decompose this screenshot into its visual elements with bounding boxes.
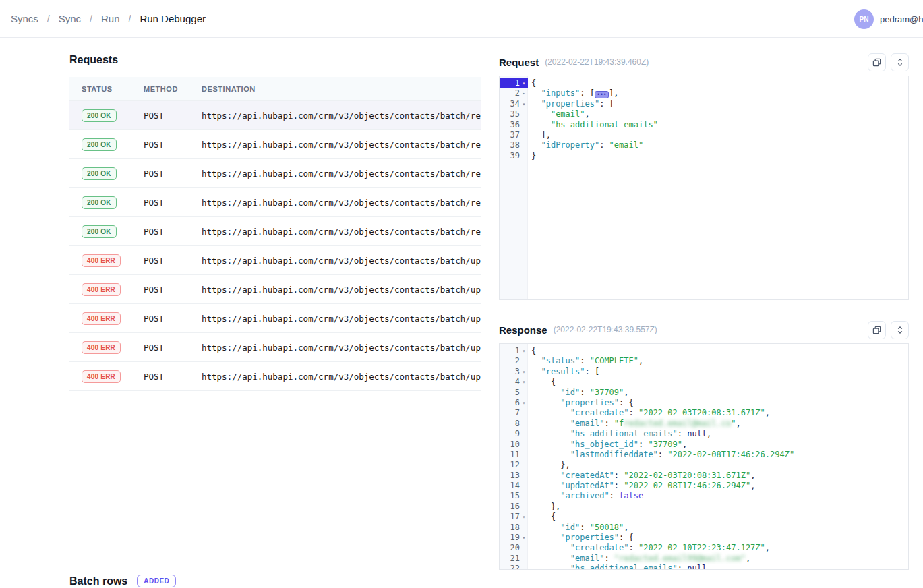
table-row[interactable]: 200 OKPOSThttps://api.hubapi.com/crm/v3/… [69, 130, 481, 159]
fold-toggle-icon[interactable]: ▾ [520, 512, 528, 522]
expand-collapse-button[interactable] [891, 53, 909, 71]
line-number-label: 9 [515, 429, 520, 439]
table-row[interactable]: 400 ERRPOSThttps://api.hubapi.com/crm/v3… [69, 304, 481, 333]
code-text: { [528, 78, 536, 88]
code-text: "createdate": "2022-02-10T22:23:47.127Z"… [528, 543, 770, 553]
breadcrumb-separator: / [47, 13, 50, 24]
destination-cell: https://api.hubapi.com/crm/v3/objects/co… [202, 169, 481, 179]
code-line: 3▾ "results": [ [500, 367, 908, 377]
code-text: "properties": { [528, 533, 634, 543]
method-cell: POST [144, 256, 202, 266]
table-row[interactable]: 400 ERRPOSThttps://api.hubapi.com/crm/v3… [69, 362, 481, 391]
response-code-editor[interactable]: 1▾{2 "status": "COMPLETE",3▾ "results": … [499, 343, 909, 570]
line-number: 2 [500, 356, 528, 366]
destination-cell: https://api.hubapi.com/crm/v3/objects/co… [202, 256, 481, 266]
code-line: 35 "email", [500, 109, 908, 119]
fold-toggle-icon[interactable]: ▾ [520, 346, 528, 356]
request-code-editor[interactable]: 1▾{2▸ "inputs": [•••],34▾ "properties": … [499, 76, 909, 300]
code-line: 22 "hs_additional_emails": null, [500, 564, 908, 570]
line-number-label: 16 [510, 502, 520, 512]
method-cell: POST [144, 227, 202, 237]
code-line: 7 "createdate": "2022-02-03T20:08:31.671… [500, 408, 908, 418]
table-row[interactable]: 200 OKPOSThttps://api.hubapi.com/crm/v3/… [69, 188, 481, 217]
requests-title: Requests [69, 54, 118, 66]
user-menu[interactable]: PN pedram@hig [854, 0, 923, 38]
fold-toggle-icon[interactable]: ▾ [520, 533, 528, 543]
method-cell: POST [144, 111, 202, 121]
breadcrumb-item-run-debugger: Run Debugger [140, 13, 206, 24]
breadcrumb-item-sync[interactable]: Sync [59, 13, 81, 24]
status-cell: 400 ERR [69, 254, 144, 267]
code-line: 5 "id": "37709", [500, 388, 908, 398]
table-row[interactable]: 400 ERRPOSThttps://api.hubapi.com/crm/v3… [69, 275, 481, 304]
response-panel-title: Response [499, 324, 547, 336]
status-cell: 200 OK [69, 138, 144, 151]
status-cell: 200 OK [69, 167, 144, 180]
line-number-label: 35 [510, 109, 520, 119]
destination-cell: https://api.hubapi.com/crm/v3/objects/co… [202, 227, 481, 237]
table-row[interactable]: 200 OKPOSThttps://api.hubapi.com/crm/v3/… [69, 159, 481, 188]
added-badge: ADDED [137, 575, 176, 587]
line-number: 8 [500, 419, 528, 429]
column-header-status: STATUS [69, 85, 144, 93]
line-number: 5 [500, 388, 528, 398]
code-text: { [528, 512, 556, 522]
fold-toggle-icon[interactable]: ▾ [520, 99, 528, 109]
expand-collapse-button[interactable] [891, 321, 909, 339]
request-panel-title: Request [499, 57, 539, 68]
code-text: ], [528, 130, 551, 140]
code-line: 11 "lastmodifieddate": "2022-02-08T17:46… [500, 450, 908, 460]
code-text: "hs_object_id": "37709", [528, 440, 687, 450]
fold-toggle-icon[interactable]: ▾ [520, 377, 528, 387]
avatar[interactable]: PN [854, 9, 874, 29]
requests-table-header: STATUS METHOD DESTINATION [69, 77, 481, 101]
line-number: 38 [500, 140, 528, 150]
breadcrumb-item-syncs[interactable]: Syncs [11, 13, 38, 24]
breadcrumb-item-run[interactable]: Run [101, 13, 120, 24]
collapsed-region-widget[interactable]: ••• [595, 91, 609, 98]
line-number: 4▾ [500, 377, 528, 387]
table-row[interactable]: 400 ERRPOSThttps://api.hubapi.com/crm/v3… [69, 246, 481, 275]
fold-toggle-icon[interactable]: ▾ [520, 398, 528, 408]
line-number: 7 [500, 408, 528, 418]
line-number-label: 1 [515, 78, 520, 88]
fold-toggle-icon[interactable]: ▸ [520, 88, 528, 98]
fold-toggle-icon[interactable]: ▾ [520, 78, 528, 88]
code-text: "createdate": "2022-02-03T20:08:31.671Z"… [528, 408, 770, 418]
line-number: 3▾ [500, 367, 528, 377]
destination-cell: https://api.hubapi.com/crm/v3/objects/co… [202, 285, 481, 295]
line-number: 12 [500, 460, 528, 470]
code-line: 17▾ { [500, 512, 908, 522]
code-text: "hs_additional_emails": null, [528, 564, 711, 570]
table-row[interactable]: 200 OKPOSThttps://api.hubapi.com/crm/v3/… [69, 217, 481, 246]
code-line: 15 "archived": false [500, 491, 908, 501]
table-row[interactable]: 400 ERRPOSThttps://api.hubapi.com/crm/v3… [69, 333, 481, 362]
method-cell: POST [144, 372, 202, 382]
line-number: 9 [500, 429, 528, 439]
top-bar: Syncs/Sync/Run/Run Debugger PN pedram@hi… [0, 0, 923, 38]
line-number-label: 2 [515, 88, 520, 98]
code-line: 38 "idProperty": "email" [500, 140, 908, 150]
breadcrumb-separator: / [129, 13, 131, 24]
destination-cell: https://api.hubapi.com/crm/v3/objects/co… [202, 343, 481, 353]
code-line: 2▸ "inputs": [•••], [500, 88, 908, 98]
line-number-label: 17 [510, 512, 520, 522]
line-number-label: 18 [510, 523, 520, 533]
fold-toggle-icon[interactable]: ▾ [520, 367, 528, 377]
code-line: 36 "hs_additional_emails" [500, 120, 908, 130]
table-row[interactable]: 200 OKPOSThttps://api.hubapi.com/crm/v3/… [69, 101, 481, 130]
line-number: 11 [500, 450, 528, 460]
line-number-label: 39 [510, 151, 520, 161]
code-text: "hs_additional_emails" [528, 120, 658, 130]
code-text: "email": "fredacted.email@mail.co", [528, 419, 741, 429]
copy-button[interactable] [868, 53, 886, 71]
line-number: 20 [500, 543, 528, 553]
line-number-label: 21 [510, 554, 520, 564]
line-number: 15 [500, 491, 528, 501]
copy-button[interactable] [868, 321, 886, 339]
code-line: 4▾ { [500, 377, 908, 387]
batch-rows-section: Batch rows ADDED [69, 575, 176, 587]
copy-icon [872, 326, 881, 334]
column-header-destination: DESTINATION [202, 85, 481, 93]
destination-cell: https://api.hubapi.com/crm/v3/objects/co… [202, 111, 481, 121]
